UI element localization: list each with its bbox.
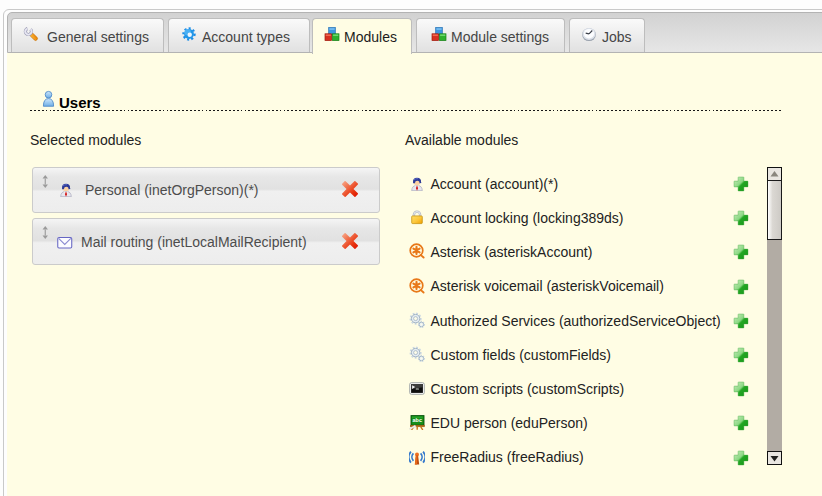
svg-text:abc: abc	[413, 418, 422, 424]
